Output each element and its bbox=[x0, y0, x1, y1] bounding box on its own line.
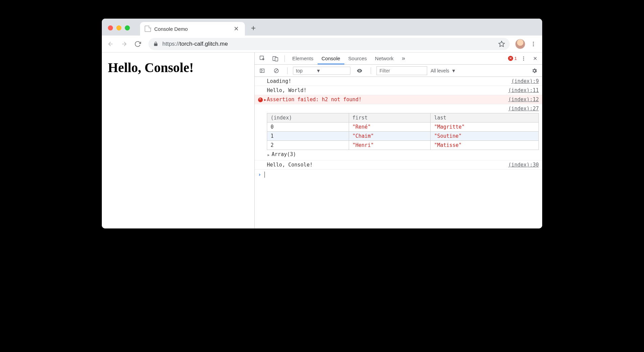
source-link[interactable]: (index):11 bbox=[508, 87, 539, 93]
log-message: Hello, World! bbox=[267, 87, 306, 93]
log-message: Hello, Console! bbox=[267, 162, 313, 168]
bookmark-button[interactable] bbox=[498, 41, 505, 47]
device-toolbar-button[interactable] bbox=[270, 53, 281, 64]
devtools-tab-sources[interactable]: Sources bbox=[344, 53, 371, 64]
browser-window: Console Demo ✕ + https://torch-calf.glit… bbox=[102, 19, 542, 228]
svg-line-13 bbox=[275, 69, 278, 72]
svg-point-3 bbox=[533, 45, 534, 46]
expand-triangle-icon[interactable]: ▶ bbox=[264, 98, 266, 102]
chevron-down-icon: ▼ bbox=[316, 68, 321, 73]
source-link[interactable]: (index):12 bbox=[508, 96, 539, 103]
chevron-down-icon: ▼ bbox=[451, 68, 456, 73]
svg-point-1 bbox=[533, 42, 534, 43]
source-link[interactable]: (index):27 bbox=[508, 106, 539, 112]
reload-button[interactable] bbox=[132, 39, 143, 49]
back-button[interactable] bbox=[105, 39, 116, 49]
page-icon bbox=[145, 26, 151, 32]
close-tab-button[interactable]: ✕ bbox=[232, 25, 240, 32]
table-header[interactable]: first bbox=[349, 113, 431, 123]
table-header[interactable]: last bbox=[431, 113, 539, 123]
window-controls bbox=[108, 25, 130, 30]
lock-icon bbox=[153, 41, 158, 46]
live-expression-button[interactable] bbox=[354, 66, 365, 76]
table-row: 1"Chaim""Soutine" bbox=[267, 132, 539, 141]
console-table: (index)firstlast0"René""Magritte"1"Chaim… bbox=[267, 113, 539, 150]
console-log-row: Loading!(index):9 bbox=[255, 77, 542, 86]
filter-input[interactable] bbox=[376, 66, 427, 75]
table-cell: "Matisse" bbox=[431, 141, 539, 150]
content-area: Hello, Console! ElementsConsoleSourcesNe… bbox=[102, 52, 542, 228]
svg-point-8 bbox=[523, 58, 524, 59]
console-settings-button[interactable] bbox=[529, 66, 540, 76]
console-error-row[interactable]: ▶Assertion failed: h2 not found!(index):… bbox=[255, 95, 542, 104]
svg-point-7 bbox=[523, 57, 524, 58]
table-header[interactable]: (index) bbox=[267, 113, 349, 123]
address-bar[interactable]: https://torch-calf.glitch.me bbox=[148, 38, 510, 50]
clear-console-button[interactable] bbox=[271, 66, 282, 75]
svg-point-14 bbox=[359, 70, 360, 71]
svg-point-2 bbox=[533, 43, 534, 44]
svg-point-9 bbox=[523, 60, 524, 61]
table-cell: 0 bbox=[267, 123, 349, 132]
log-message: Loading! bbox=[267, 78, 291, 84]
browser-tab[interactable]: Console Demo ✕ bbox=[140, 22, 245, 36]
svg-marker-0 bbox=[499, 41, 505, 46]
minimize-window-button[interactable] bbox=[116, 25, 121, 30]
tab-bar: Console Demo ✕ + bbox=[102, 19, 542, 36]
svg-rect-6 bbox=[275, 58, 278, 61]
maximize-window-button[interactable] bbox=[125, 25, 130, 30]
table-cell: "René" bbox=[349, 123, 431, 132]
forward-button[interactable] bbox=[119, 39, 130, 49]
prompt-caret-icon: › bbox=[258, 172, 261, 178]
devtools-tab-console[interactable]: Console bbox=[318, 53, 344, 64]
more-tabs-button[interactable]: » bbox=[399, 53, 408, 64]
svg-rect-10 bbox=[260, 69, 264, 72]
devtools-panel: ElementsConsoleSourcesNetwork » ✕ 1 ✕ bbox=[255, 52, 542, 228]
url-text: https://torch-calf.glitch.me bbox=[162, 41, 228, 47]
expand-triangle-icon[interactable]: ▶ bbox=[268, 153, 272, 157]
source-link[interactable]: (index):30 bbox=[508, 162, 539, 168]
devtools-tab-bar: ElementsConsoleSourcesNetwork » ✕ 1 ✕ bbox=[255, 52, 542, 65]
console-log-row: Hello, Console!(index):30 bbox=[255, 160, 542, 170]
console-log-row: Hello, World!(index):11 bbox=[255, 86, 542, 95]
page-content: Hello, Console! bbox=[102, 52, 255, 228]
table-cell: 2 bbox=[267, 141, 349, 150]
devtools-tab-elements[interactable]: Elements bbox=[288, 53, 318, 64]
inspect-element-button[interactable] bbox=[257, 53, 268, 64]
table-cell: "Chaim" bbox=[349, 132, 431, 141]
console-table-row: (index):27(index)firstlast0"René""Magrit… bbox=[255, 104, 542, 160]
browser-toolbar: https://torch-calf.glitch.me bbox=[102, 36, 542, 52]
devtools-menu-button[interactable] bbox=[518, 54, 529, 63]
close-window-button[interactable] bbox=[108, 25, 113, 30]
new-tab-button[interactable]: + bbox=[245, 23, 262, 36]
console-output: Loading!(index):9Hello, World!(index):11… bbox=[255, 77, 542, 228]
text-cursor bbox=[264, 172, 265, 178]
toggle-sidebar-button[interactable] bbox=[257, 66, 268, 75]
browser-menu-button[interactable] bbox=[528, 39, 539, 49]
table-cell: "Magritte" bbox=[431, 123, 539, 132]
tab-title: Console Demo bbox=[154, 26, 229, 32]
console-filter-bar: top ▼ All levels ▼ bbox=[255, 65, 542, 77]
profile-avatar[interactable] bbox=[515, 39, 525, 49]
table-cell: "Soutine" bbox=[431, 132, 539, 141]
execution-context-selector[interactable]: top ▼ bbox=[293, 67, 350, 75]
page-heading: Hello, Console! bbox=[108, 60, 248, 75]
table-cell: 1 bbox=[267, 132, 349, 141]
table-row: 2"Henri""Matisse" bbox=[267, 141, 539, 150]
table-row: 0"René""Magritte" bbox=[267, 123, 539, 132]
devtools-tab-network[interactable]: Network bbox=[371, 53, 398, 64]
error-count-badge[interactable]: ✕ 1 bbox=[508, 56, 517, 61]
source-link[interactable]: (index):9 bbox=[511, 78, 539, 84]
log-message: Assertion failed: h2 not found! bbox=[267, 96, 362, 103]
array-summary[interactable]: ▶ Array(3) bbox=[267, 150, 539, 159]
error-icon: ✕ bbox=[508, 56, 513, 61]
log-levels-selector[interactable]: All levels ▼ bbox=[431, 68, 456, 73]
console-prompt[interactable]: › bbox=[255, 170, 542, 180]
table-cell: "Henri" bbox=[349, 141, 431, 150]
close-devtools-button[interactable]: ✕ bbox=[530, 53, 540, 64]
